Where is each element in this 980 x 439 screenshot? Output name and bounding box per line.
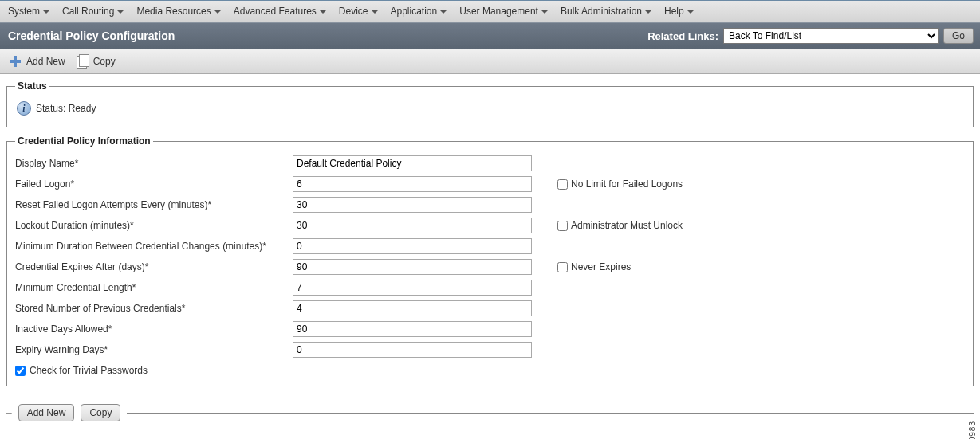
bottom-actions: – Add New Copy: [0, 401, 980, 425]
input-min-length[interactable]: [293, 280, 532, 296]
status-text: Status: Ready: [36, 103, 96, 114]
status-row: i Status: Ready: [15, 98, 965, 119]
check-no-limit-failed-logons-wrapper: No Limit for Failed Logons: [557, 178, 683, 190]
label-expiry-warning: Expiry Warning Days*: [15, 344, 286, 355]
check-no-limit-failed-logons[interactable]: [557, 179, 568, 190]
check-admin-must-unlock[interactable]: [557, 221, 568, 231]
label-failed-logon: Failed Logon*: [15, 178, 286, 190]
toolbar: Add New Copy: [0, 49, 980, 74]
check-never-expires[interactable]: [557, 262, 568, 272]
plus-icon: [8, 54, 22, 69]
menu-label: User Management: [459, 6, 538, 17]
row-display-name: Display Name*: [15, 153, 965, 174]
menu-label: Device: [339, 6, 368, 17]
menu-label: Media Resources: [136, 6, 211, 17]
check-admin-must-unlock-wrapper: Administrator Must Unlock: [557, 220, 683, 231]
caret-down-icon: [645, 10, 651, 14]
menu-call-routing[interactable]: Call Routing: [57, 3, 130, 19]
toolbar-copy-label: Copy: [93, 56, 116, 67]
menu-media-resources[interactable]: Media Resources: [132, 3, 226, 19]
caret-down-icon: [117, 10, 124, 14]
label-reset-attempts: Reset Failed Logon Attempts Every (minut…: [15, 199, 286, 210]
page-title: Credential Policy Configuration: [8, 29, 175, 42]
row-lockout-duration: Lockout Duration (minutes)* Administrato…: [15, 215, 965, 236]
menu-label: Application: [391, 6, 438, 17]
row-reset-attempts: Reset Failed Logon Attempts Every (minut…: [15, 194, 965, 215]
check-never-expires-wrapper: Never Expires: [557, 261, 631, 272]
input-expiry-warning[interactable]: [293, 342, 532, 358]
input-expires-after[interactable]: [293, 259, 532, 275]
status-legend: Status: [15, 80, 49, 92]
status-fieldset: Status i Status: Ready: [6, 80, 974, 127]
label-min-duration-changes: Minimum Duration Between Credential Chan…: [15, 241, 286, 252]
go-button[interactable]: Go: [943, 28, 974, 44]
label-expires-after: Credential Expires After (days)*: [15, 261, 286, 272]
content: Status i Status: Ready Credential Policy…: [0, 74, 980, 401]
menu-bulk-administration[interactable]: Bulk Administration: [556, 3, 658, 19]
caret-down-icon: [687, 10, 694, 14]
copy-icon: [77, 54, 89, 69]
footnote: i *- indicates required item.: [0, 425, 980, 439]
check-trivial-passwords-label: Check for Trivial Passwords: [30, 365, 148, 376]
menu-label: Help: [664, 6, 684, 17]
caret-down-icon: [440, 10, 447, 14]
input-stored-prev[interactable]: [293, 300, 532, 316]
related-links-label: Related Links:: [647, 30, 718, 42]
input-reset-attempts[interactable]: [293, 197, 532, 213]
info-icon: i: [17, 101, 31, 116]
menu-application[interactable]: Application: [386, 3, 454, 19]
label-min-length: Minimum Credential Length*: [15, 282, 286, 293]
label-lockout-duration: Lockout Duration (minutes)*: [15, 220, 286, 231]
menu-help[interactable]: Help: [659, 3, 700, 19]
toolbar-add-new-label: Add New: [26, 56, 65, 67]
related-links-select[interactable]: Back To Find/List: [723, 28, 939, 44]
caret-down-icon: [541, 10, 548, 14]
input-display-name[interactable]: [293, 155, 532, 171]
label-stored-prev: Stored Number of Previous Credentials*: [15, 303, 286, 314]
row-min-length: Minimum Credential Length*: [15, 277, 965, 298]
label-display-name: Display Name*: [15, 158, 286, 169]
input-failed-logon[interactable]: [293, 176, 532, 192]
label-inactive-days: Inactive Days Allowed*: [15, 323, 286, 335]
caret-down-icon: [320, 10, 326, 14]
menu-label: Call Routing: [62, 6, 114, 17]
related-links: Related Links: Back To Find/List Go: [647, 28, 974, 44]
divider-line: [127, 413, 974, 414]
menubar: System Call Routing Media Resources Adva…: [0, 0, 980, 22]
menu-advanced-features[interactable]: Advanced Features: [229, 3, 333, 19]
add-new-button[interactable]: Add New: [18, 404, 75, 421]
credential-policy-legend: Credential Policy Information: [15, 135, 153, 147]
input-inactive-days[interactable]: [293, 321, 532, 337]
check-admin-must-unlock-label: Administrator Must Unlock: [571, 220, 683, 231]
page-header: Credential Policy Configuration Related …: [0, 22, 980, 49]
dash-icon: –: [6, 407, 12, 418]
menu-device[interactable]: Device: [334, 3, 384, 19]
check-no-limit-failed-logons-label: No Limit for Failed Logons: [571, 178, 683, 190]
row-stored-prev: Stored Number of Previous Credentials*: [15, 298, 965, 319]
row-inactive-days: Inactive Days Allowed*: [15, 319, 965, 339]
row-min-duration-changes: Minimum Duration Between Credential Chan…: [15, 236, 965, 257]
menu-user-management[interactable]: User Management: [455, 3, 554, 19]
caret-down-icon: [43, 10, 49, 14]
row-trivial-passwords: Check for Trivial Passwords: [15, 360, 965, 378]
row-expires-after: Credential Expires After (days)* Never E…: [15, 257, 965, 277]
toolbar-copy[interactable]: Copy: [77, 54, 116, 69]
toolbar-add-new[interactable]: Add New: [8, 54, 65, 69]
menu-label: Bulk Administration: [561, 6, 642, 17]
caret-down-icon: [372, 10, 378, 14]
input-lockout-duration[interactable]: [293, 218, 532, 233]
check-trivial-passwords[interactable]: [15, 366, 26, 376]
menu-label: Advanced Features: [234, 6, 317, 17]
menu-label: System: [8, 6, 40, 17]
row-expiry-warning: Expiry Warning Days*: [15, 339, 965, 360]
caret-down-icon: [214, 10, 221, 14]
image-id: 290983: [968, 421, 977, 439]
copy-button[interactable]: Copy: [81, 404, 120, 421]
credential-policy-fieldset: Credential Policy Information Display Na…: [6, 135, 974, 386]
row-failed-logon: Failed Logon* No Limit for Failed Logons: [15, 174, 965, 194]
input-min-duration-changes[interactable]: [293, 238, 532, 254]
menu-system[interactable]: System: [3, 3, 56, 19]
check-never-expires-label: Never Expires: [571, 261, 631, 272]
